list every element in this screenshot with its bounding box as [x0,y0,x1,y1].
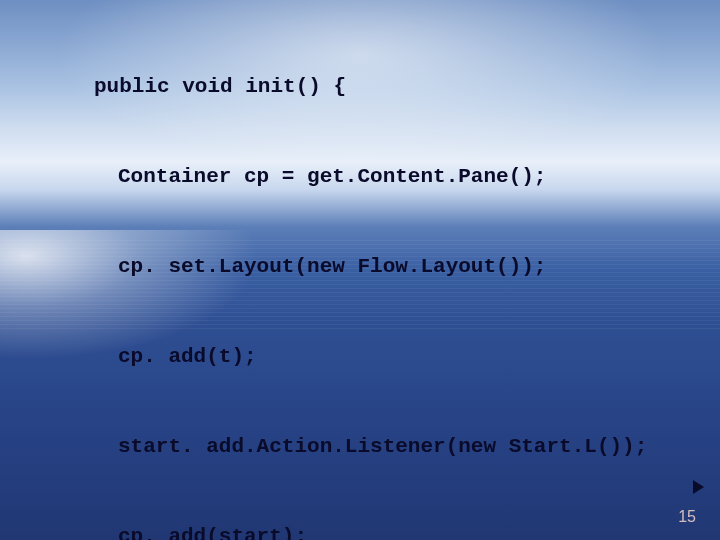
page-number: 15 [678,508,696,526]
code-block: public void init() { Container cp = get.… [46,12,700,540]
code-line: cp. add(start); [46,522,700,540]
next-marker-icon [693,480,704,494]
code-line: start. add.Action.Listener(new Start.L()… [46,432,700,462]
code-line: cp. set.Layout(new Flow.Layout()); [46,252,700,282]
slide: public void init() { Container cp = get.… [0,0,720,540]
code-line: cp. add(t); [46,342,700,372]
code-line: public void init() { [46,72,700,102]
code-line: Container cp = get.Content.Pane(); [46,162,700,192]
